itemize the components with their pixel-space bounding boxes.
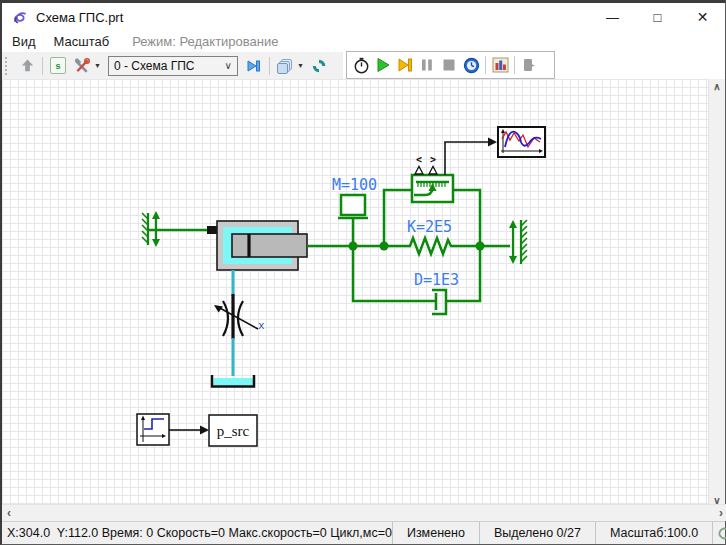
stop-icon bbox=[442, 58, 456, 72]
stopwatch-icon bbox=[353, 57, 370, 74]
limit-triangle-min bbox=[415, 167, 423, 175]
schematic-canvas[interactable]: x M=100 bbox=[2, 79, 711, 508]
script-icon: s bbox=[50, 57, 66, 74]
realtime-button[interactable] bbox=[460, 53, 482, 77]
layers-dropdown-icon[interactable]: ▼ bbox=[297, 62, 304, 69]
junction-dot[interactable] bbox=[349, 242, 358, 251]
menu-zoom[interactable]: Масштаб bbox=[45, 34, 119, 49]
status-scale: Масштаб:100.0 bbox=[595, 522, 712, 544]
tools-button[interactable] bbox=[70, 54, 94, 78]
step-source-block[interactable] bbox=[137, 414, 169, 445]
chevron-down-icon: ∨ bbox=[225, 60, 232, 71]
status-bar: X:304.0 Y:112.0 Время: 0 Скорость=0 Макс… bbox=[2, 521, 725, 544]
limit-triangle-max bbox=[429, 167, 437, 175]
stop-button[interactable] bbox=[438, 53, 460, 77]
spring-zigzag bbox=[407, 238, 454, 254]
sync-arrows-icon bbox=[311, 58, 327, 74]
maximize-button[interactable]: □ bbox=[635, 3, 680, 31]
mass-label: M=100 bbox=[332, 176, 377, 194]
status-selected: Выделено 0/27 bbox=[479, 522, 595, 544]
minimize-button[interactable]: — bbox=[590, 3, 635, 31]
script-button[interactable]: s bbox=[46, 54, 70, 78]
run-button[interactable] bbox=[372, 53, 394, 77]
status-logo bbox=[712, 522, 726, 544]
cylinder-anchor-stub bbox=[207, 226, 217, 234]
up-arrow-icon bbox=[20, 58, 35, 73]
toolbar-separator bbox=[485, 56, 486, 74]
toolbar-grip[interactable] bbox=[5, 57, 12, 75]
mass-block[interactable] bbox=[338, 195, 368, 246]
stopwatch-button[interactable] bbox=[350, 53, 372, 77]
close-button[interactable]: ✕ bbox=[680, 3, 725, 31]
piston-rod bbox=[232, 234, 307, 257]
sync-button[interactable] bbox=[307, 54, 331, 78]
tools-dropdown-icon[interactable]: ▼ bbox=[94, 62, 101, 69]
valve-label: x bbox=[258, 319, 265, 332]
scope-block[interactable] bbox=[498, 127, 545, 157]
bar-chart-icon bbox=[492, 57, 509, 73]
sensor-min-label: < bbox=[416, 154, 422, 165]
horizontal-scrollbar[interactable]: ‹ › bbox=[2, 504, 726, 521]
step-forward-icon bbox=[397, 57, 413, 73]
toolbar: s ▼ 0 - Схема ГПС ∨ bbox=[2, 52, 725, 79]
position-sensor[interactable]: < > bbox=[412, 154, 453, 202]
app-logo-icon bbox=[11, 9, 28, 26]
hydraulic-cylinder[interactable] bbox=[207, 221, 307, 270]
junction-dot[interactable] bbox=[380, 242, 389, 251]
application-window: Схема ГПС.prt — □ ✕ Вид Масштаб Режим: Р… bbox=[0, 0, 726, 545]
tank-fluid bbox=[214, 378, 254, 386]
toolbar-simulation-group bbox=[346, 51, 555, 79]
scroll-up-icon[interactable]: ∧ bbox=[709, 81, 725, 92]
scroll-right-icon[interactable]: › bbox=[719, 505, 723, 521]
mode-label: Режим: Редактирование bbox=[118, 34, 278, 49]
layers-button[interactable] bbox=[273, 54, 297, 78]
play-icon bbox=[375, 57, 391, 73]
signal-arrowhead bbox=[200, 426, 209, 435]
mass-square bbox=[341, 195, 365, 215]
scheme-selector-value: 0 - Схема ГПС bbox=[114, 59, 195, 73]
plots-button[interactable] bbox=[489, 53, 511, 77]
orifice-arc-left bbox=[223, 301, 228, 336]
junction-dot[interactable] bbox=[476, 242, 485, 251]
status-modified: Изменено bbox=[392, 522, 479, 544]
right-wall-anchor[interactable] bbox=[509, 220, 527, 264]
pause-icon bbox=[420, 58, 434, 72]
layers-icon bbox=[276, 58, 293, 74]
hammer-wrench-icon bbox=[74, 58, 90, 74]
toolbar-separator bbox=[514, 56, 515, 74]
clock-icon bbox=[463, 57, 480, 74]
step-button[interactable] bbox=[394, 53, 416, 77]
signal-line[interactable] bbox=[445, 138, 497, 176]
sensor-max-label: > bbox=[430, 154, 436, 165]
tank[interactable] bbox=[212, 375, 254, 387]
toolbar-separator bbox=[269, 57, 270, 75]
scroll-left-icon[interactable]: ‹ bbox=[7, 505, 11, 521]
run-to-button[interactable] bbox=[242, 54, 266, 78]
left-wall-anchor[interactable] bbox=[142, 211, 207, 247]
window-title: Схема ГПС.prt bbox=[36, 10, 123, 25]
status-info: X:304.0 Y:112.0 Время: 0 Скорость=0 Макс… bbox=[2, 526, 392, 540]
signal-line[interactable] bbox=[169, 426, 209, 435]
menu-bar: Вид Масштаб Режим: Редактирование bbox=[2, 31, 725, 52]
vertical-scrollbar[interactable]: ∧ ∨ bbox=[708, 79, 725, 508]
spring-label: K=2E5 bbox=[407, 218, 452, 236]
toolbar-separator bbox=[42, 57, 43, 75]
signal-path bbox=[445, 142, 488, 175]
pressure-source-block[interactable]: p_src bbox=[209, 415, 257, 446]
exit-button[interactable] bbox=[518, 53, 540, 77]
menu-view[interactable]: Вид bbox=[2, 34, 45, 49]
mechanical-line[interactable] bbox=[453, 190, 480, 246]
play-to-marker-icon bbox=[246, 58, 262, 74]
pause-button[interactable] bbox=[416, 53, 438, 77]
p-src-label: p_src bbox=[217, 423, 250, 439]
up-arrow-button[interactable] bbox=[15, 54, 39, 78]
damper-label: D=1E3 bbox=[414, 271, 459, 289]
signal-arrowhead bbox=[488, 138, 497, 147]
status-logo-icon bbox=[717, 527, 726, 540]
title-bar: Схема ГПС.prt — □ ✕ bbox=[2, 3, 725, 31]
toolbar-main-group: s ▼ 0 - Схема ГПС ∨ bbox=[2, 52, 343, 79]
exit-icon bbox=[521, 57, 537, 73]
throttle-valve[interactable]: x bbox=[214, 294, 265, 339]
scheme-selector[interactable]: 0 - Схема ГПС ∨ bbox=[108, 56, 238, 76]
spring[interactable] bbox=[407, 238, 454, 254]
